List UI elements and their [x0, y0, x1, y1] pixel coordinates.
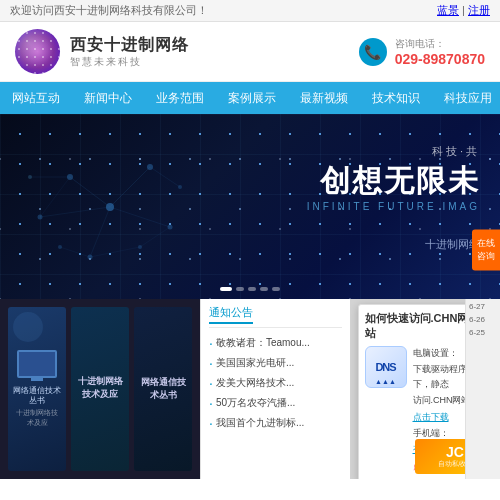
book-item-1[interactable]: 网络通信技术丛书 十进制网络技术及应 [8, 307, 66, 471]
date-panel: 6-27 6-26 6-25 [465, 299, 500, 479]
news-list: 敬教诸君：Teamou... 美国国家光电研... 发美大网络技术... 50万… [209, 333, 342, 433]
news-item-3[interactable]: 50万名农夺汽播... [209, 393, 342, 413]
news-panel: 通知公告 敬教诸君：Teamou... 美国国家光电研... 发美大网络技术..… [200, 299, 350, 479]
date-item-1: 6-26 [469, 315, 497, 324]
hero-title: 创想无限未 [307, 164, 480, 197]
svg-line-13 [110, 207, 170, 227]
book-decoration-1 [13, 312, 43, 342]
welcome-text: 欢迎访问西安十进制网络科技有限公司！ [10, 3, 208, 18]
hero-en-text: INFINITE FUTURE IMAG [307, 201, 480, 212]
nav-item-app[interactable]: 科技应用 [432, 82, 500, 114]
nav-item-website[interactable]: 网站互动 [0, 82, 72, 114]
bottom-section: 网络通信技术丛书 十进制网络技术及应 十进制网络技术及应 网络通信技术丛书 通知… [0, 299, 500, 479]
hero-dot-1[interactable] [220, 287, 232, 291]
phone-info: 咨询电话： 029-89870870 [395, 37, 485, 67]
news-item-2[interactable]: 发美大网络技术... [209, 373, 342, 393]
consult-button-label: 在线 咨询 [477, 238, 495, 261]
company-name: 西安十进制网络 [70, 35, 189, 56]
hero-art [0, 114, 220, 299]
right-panel: 如何快速访问.CHN网站 × DNS ▲▲▲ 电脑设置： 下载驱动程序点击下，静… [350, 299, 500, 479]
svg-line-17 [150, 167, 180, 187]
book-text-3: 网络通信技术丛书 [139, 376, 187, 402]
book-title-1: 网络通信技术丛书 [13, 386, 61, 407]
hero-banner: 科技·共 创想无限未 INFINITE FUTURE IMAG 十进制网络 [0, 114, 500, 299]
phone-area: 📞 咨询电话： 029-89870870 [359, 37, 485, 67]
phone-icon: 📞 [359, 38, 387, 66]
monitor-stand-1 [31, 376, 43, 381]
consult-button[interactable]: 在线 咨询 [472, 229, 500, 270]
top-bar: 欢迎访问西安十进制网络科技有限公司！ 蓝景 | 注册 [0, 0, 500, 22]
news-item-1[interactable]: 美国国家光电研... [209, 353, 342, 373]
nav-item-videos[interactable]: 最新视频 [288, 82, 360, 114]
logo-text: 西安十进制网络 智慧未来科技 [70, 35, 189, 69]
hero-dots [220, 287, 280, 291]
hero-dot-3[interactable] [248, 287, 256, 291]
dns-icon-label: ▲▲▲ [375, 378, 396, 385]
hero-content: 科技·共 创想无限未 INFINITE FUTURE IMAG 十进制网络 [307, 144, 480, 252]
hero-sub-text: 科技·共 [307, 144, 480, 159]
network-svg [10, 127, 210, 287]
hero-dot-4[interactable] [260, 287, 268, 291]
dns-icon-inner: DNS ▲▲▲ [366, 347, 406, 387]
book-item-3[interactable]: 网络通信技术丛书 [134, 307, 192, 471]
hero-dot-2[interactable] [236, 287, 244, 291]
hero-dot-5[interactable] [272, 287, 280, 291]
phone-number: 029-89870870 [395, 51, 485, 67]
register-link[interactable]: 注册 [468, 4, 490, 16]
nav-item-news[interactable]: 新闻中心 [72, 82, 144, 114]
svg-line-16 [40, 177, 70, 217]
svg-line-19 [60, 247, 90, 257]
nav-item-cases[interactable]: 案例展示 [216, 82, 288, 114]
book-subtitle-1: 十进制网络技术及应 [13, 408, 61, 428]
books-panel: 网络通信技术丛书 十进制网络技术及应 十进制网络技术及应 网络通信技术丛书 [0, 299, 200, 479]
hero-bottom-text: 十进制网络 [307, 237, 480, 252]
logo-icon [15, 29, 60, 74]
news-item-4[interactable]: 我国首个九进制标... [209, 413, 342, 433]
company-tagline: 智慧未来科技 [70, 55, 189, 68]
date-item-0: 6-27 [469, 302, 497, 311]
dns-icon-text: DNS [375, 361, 395, 373]
svg-line-14 [90, 207, 110, 257]
phone-label: 咨询电话： [395, 37, 485, 51]
date-item-2: 6-25 [469, 328, 497, 337]
book-text-2: 十进制网络技术及应 [76, 375, 124, 403]
header: 西安十进制网络 智慧未来科技 📞 咨询电话： 029-89870870 [0, 22, 500, 82]
news-tab-notice[interactable]: 通知公告 [209, 305, 253, 324]
nav-item-services[interactable]: 业务范围 [144, 82, 216, 114]
dns-icon: DNS ▲▲▲ [365, 346, 407, 388]
nav-item-tech[interactable]: 技术知识 [360, 82, 432, 114]
logo-area: 西安十进制网络 智慧未来科技 [15, 29, 189, 74]
login-link[interactable]: 蓝景 [437, 4, 459, 16]
svg-line-10 [70, 177, 110, 207]
main-nav: 网站互动 新闻中心 业务范围 案例展示 最新视频 技术知识 科技应用 常见问题 … [0, 82, 500, 114]
book-item-2[interactable]: 十进制网络技术及应 [71, 307, 129, 471]
svg-line-11 [110, 167, 150, 207]
jc-badge-text: JC [446, 445, 464, 459]
svg-line-18 [140, 227, 170, 247]
logo-dots-decoration [15, 29, 60, 74]
news-item-0[interactable]: 敬教诸君：Teamou... [209, 333, 342, 353]
monitor-graphic-1 [17, 350, 57, 378]
news-tabs: 通知公告 [209, 305, 342, 328]
top-bar-links: 蓝景 | 注册 [437, 3, 490, 18]
svg-line-12 [40, 207, 110, 217]
svg-line-20 [90, 247, 140, 257]
